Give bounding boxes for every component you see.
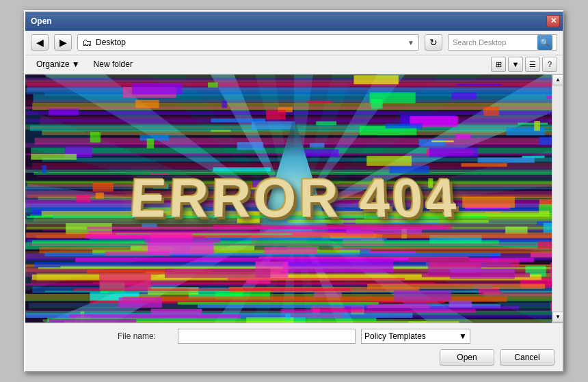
bottom-bar: File name: Policy Templates ▼ Open Cance… <box>25 323 563 371</box>
folder-icon: 🗂 <box>82 37 92 48</box>
file-dialog-window: Open ✕ ◀ ▶ 🗂 Desktop ▼ ↻ Search Desktop … <box>24 10 564 372</box>
file-name-row: File name: Policy Templates ▼ <box>34 329 554 344</box>
back-button[interactable]: ◀ <box>31 34 49 51</box>
search-bar: Search Desktop 🔍 <box>448 34 557 51</box>
address-text: Desktop <box>96 38 403 47</box>
new-folder-menu[interactable]: New folder <box>88 57 138 71</box>
address-bar[interactable]: 🗂 Desktop ▼ <box>77 34 419 51</box>
error-overlay: ERROR 404 <box>25 74 563 323</box>
view-icon-dropdown[interactable]: ▼ <box>508 57 523 72</box>
title-bar: Open ✕ <box>25 12 563 31</box>
organize-menu[interactable]: Organize ▼ <box>31 57 85 71</box>
file-type-dropdown[interactable]: Policy Templates ▼ <box>361 329 470 344</box>
search-button[interactable]: 🔍 <box>537 35 552 50</box>
window-title: Open <box>31 16 52 26</box>
address-dropdown-icon: ▼ <box>407 39 414 46</box>
file-name-label: File name: <box>118 331 172 341</box>
forward-button[interactable]: ▶ <box>54 34 72 51</box>
file-type-dropdown-icon: ▼ <box>459 331 467 341</box>
view-icon-list[interactable]: ☰ <box>525 57 540 72</box>
refresh-button[interactable]: ↻ <box>425 34 442 51</box>
error-text: ERROR 404 <box>127 167 460 230</box>
close-button[interactable]: ✕ <box>546 15 560 27</box>
view-dropdown-icon: ▼ <box>512 60 520 68</box>
toolbar: ◀ ▶ 🗂 Desktop ▼ ↻ Search Desktop 🔍 <box>25 31 563 55</box>
organize-dropdown-icon: ▼ <box>72 59 80 69</box>
file-name-input[interactable] <box>178 329 356 344</box>
back-icon: ◀ <box>36 37 44 48</box>
grid-view-icon: ⊞ <box>496 60 502 69</box>
view-icon-grid[interactable]: ⊞ <box>491 57 506 72</box>
content-area: ERROR 404 ▲ ▼ <box>25 74 563 323</box>
forward-icon: ▶ <box>59 37 67 48</box>
cancel-button[interactable]: Cancel <box>500 349 554 366</box>
list-view-icon: ☰ <box>529 60 536 69</box>
refresh-icon: ↻ <box>429 37 438 48</box>
buttons-row: Open Cancel <box>34 349 554 366</box>
help-icon: ? <box>548 60 552 68</box>
search-placeholder: Search Desktop <box>453 38 537 46</box>
open-button[interactable]: Open <box>440 349 494 366</box>
search-icon: 🔍 <box>540 38 550 47</box>
help-button[interactable]: ? <box>542 57 557 72</box>
menu-bar: Organize ▼ New folder ⊞ ▼ ☰ ? <box>25 55 563 74</box>
